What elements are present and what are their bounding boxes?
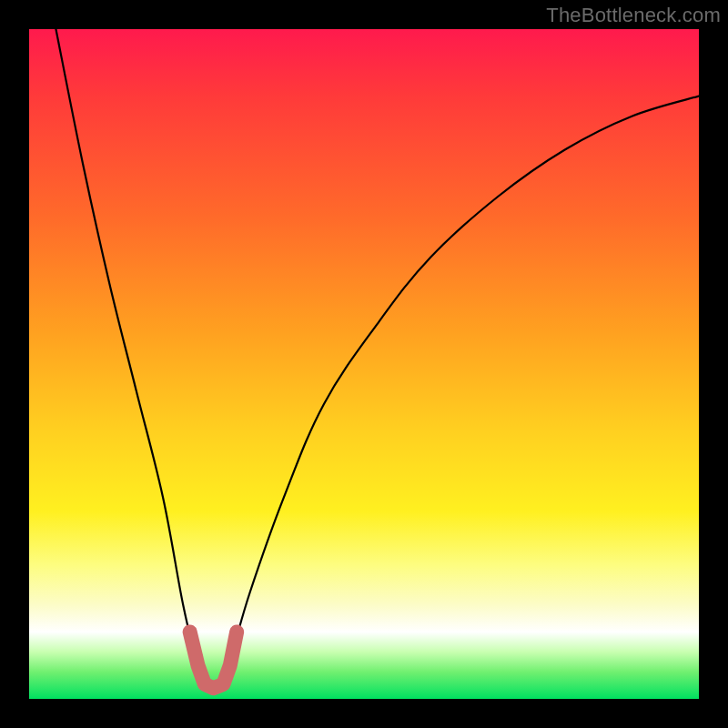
chart-svg <box>29 29 699 699</box>
watermark-text: TheBottleneck.com <box>546 4 721 27</box>
bottleneck-curve <box>56 29 699 689</box>
trough-marker <box>190 632 238 688</box>
